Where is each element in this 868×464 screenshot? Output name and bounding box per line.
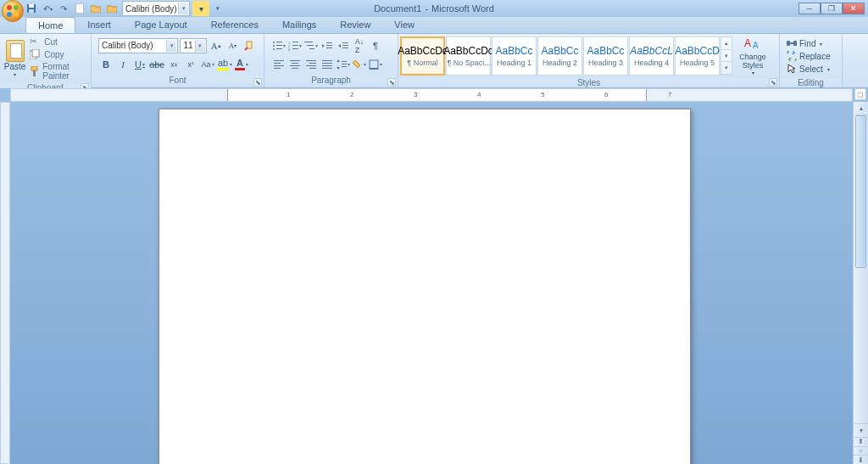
numbering-button[interactable]: 123▾ [287, 38, 303, 53]
dropdown-icon[interactable]: ▾ [195, 40, 205, 52]
document-viewport[interactable] [10, 102, 853, 464]
qat-customize-icon[interactable]: ▾ [210, 1, 225, 16]
font-size-combo[interactable]: 11▾ [180, 38, 207, 53]
change-case-button[interactable]: Aa▾ [200, 57, 215, 72]
tab-view[interactable]: View [382, 17, 426, 33]
style-heading-3[interactable]: AaBbCcHeading 3 [583, 36, 628, 75]
vertical-ruler[interactable] [0, 102, 10, 464]
find-button[interactable]: Find▾ [785, 37, 832, 49]
sort-button[interactable]: A↓Z [352, 38, 367, 53]
gallery-scroll[interactable]: ▴▾▾ [721, 36, 732, 75]
font-name-combo[interactable]: Calibri (Body)▾ [98, 38, 178, 53]
cut-button[interactable]: ✂Cut [28, 36, 87, 48]
binoculars-icon [787, 38, 797, 48]
bullets-button[interactable]: ▾ [271, 38, 287, 53]
justify-button[interactable] [320, 57, 335, 72]
svg-rect-57 [787, 41, 790, 46]
horizontal-ruler[interactable]: 1234567 [10, 88, 853, 102]
underline-button[interactable]: U▾ [132, 57, 147, 72]
style-preview: AaBbCc [587, 45, 624, 57]
paste-button[interactable]: Paste ▾ [3, 38, 26, 79]
scroll-down-icon[interactable]: ▾ [854, 423, 868, 437]
styles-launcher[interactable]: ⬊ [769, 78, 777, 87]
style-heading-1[interactable]: AaBbCcHeading 1 [492, 36, 537, 75]
clear-formatting-button[interactable] [242, 38, 257, 53]
maximize-button[interactable]: ❐ [821, 3, 843, 14]
close-button[interactable]: ✕ [843, 3, 865, 14]
redo-icon[interactable]: ↷ [56, 1, 71, 16]
ruler-mark: 4 [477, 91, 481, 98]
increase-indent-button[interactable] [336, 38, 351, 53]
line-spacing-button[interactable]: ▾ [336, 57, 351, 72]
tab-page-layout[interactable]: Page Layout [123, 17, 199, 33]
next-page-icon[interactable]: ⬇ [854, 455, 868, 464]
tab-mailings[interactable]: Mailings [270, 17, 328, 33]
prev-page-icon[interactable]: ⬆ [854, 437, 868, 446]
subscript-button[interactable]: x₂ [166, 57, 181, 72]
svg-rect-26 [307, 45, 314, 46]
change-styles-button[interactable]: AAChangeStyles▾ [736, 36, 770, 76]
tab-home[interactable]: Home [25, 17, 75, 33]
italic-button[interactable]: I [115, 57, 131, 72]
font-color-button[interactable]: A▾ [234, 57, 249, 72]
tab-references[interactable]: References [199, 17, 270, 33]
save-icon[interactable] [24, 1, 39, 16]
open-icon[interactable] [88, 1, 103, 16]
gallery-up-icon[interactable]: ▴ [721, 37, 732, 50]
undo-icon[interactable]: ↶▾ [40, 1, 55, 16]
qat-font-combo[interactable]: Calibri (Body)▾ [122, 1, 190, 16]
shading-button[interactable]: ▾ [352, 57, 367, 72]
copy-button[interactable]: Copy [28, 48, 87, 60]
gallery-more-icon[interactable]: ▾ [721, 62, 732, 75]
scroll-up-icon[interactable]: ▴ [854, 102, 868, 115]
align-right-button[interactable] [303, 57, 319, 72]
group-font: Calibri (Body)▾ 11▾ A▴ A▾ B I U▾ abc x₂ … [92, 34, 264, 87]
format-painter-button[interactable]: Format Painter [28, 61, 87, 81]
clipboard-icon [6, 40, 25, 62]
style-heading-2[interactable]: AaBbCcHeading 2 [537, 36, 582, 75]
office-button[interactable] [2, 0, 24, 22]
style--no-spaci-[interactable]: AaBbCcDc¶ No Spaci... [446, 36, 491, 75]
highlight-icon[interactable]: ▾ [192, 1, 209, 16]
vertical-scrollbar[interactable]: ▴ ▾ ⬆ ○ ⬇ [853, 102, 868, 464]
browse-object-icon[interactable]: ○ [854, 446, 868, 456]
select-button[interactable]: Select▾ [785, 63, 832, 75]
ruler-mark: 1 [287, 91, 290, 98]
align-center-button[interactable] [287, 57, 303, 72]
replace-button[interactable]: Replace [785, 50, 832, 62]
scroll-thumb[interactable] [855, 115, 866, 268]
ribbon: Paste ▾ ✂Cut Copy Format Painter Clipboa… [0, 34, 868, 88]
multilevel-list-button[interactable]: ▾ [303, 38, 319, 53]
style-heading-5[interactable]: AaBbCcDHeading 5 [675, 36, 720, 75]
svg-rect-9 [32, 49, 39, 57]
minimize-button[interactable]: ─ [798, 3, 821, 14]
svg-rect-41 [292, 68, 298, 69]
show-marks-button[interactable]: ¶ [368, 38, 383, 53]
strikethrough-button[interactable]: abc [149, 57, 164, 72]
bold-button[interactable]: B [98, 57, 114, 72]
dropdown-icon[interactable]: ▾ [166, 40, 176, 52]
print-preview-icon[interactable] [104, 1, 120, 16]
decrease-indent-button[interactable] [320, 38, 335, 53]
page[interactable] [159, 109, 691, 464]
borders-button[interactable]: ▾ [368, 57, 383, 72]
align-left-button[interactable] [271, 57, 287, 72]
tab-review[interactable]: Review [328, 17, 382, 33]
paragraph-launcher[interactable]: ⬊ [387, 78, 396, 87]
superscript-button[interactable]: x² [183, 57, 198, 72]
highlight-color-button[interactable]: ab▾ [217, 57, 232, 72]
svg-rect-42 [306, 60, 316, 61]
style--normal[interactable]: AaBbCcDc¶ Normal [400, 36, 445, 75]
svg-point-0 [7, 5, 12, 10]
tab-insert[interactable]: Insert [75, 17, 123, 33]
grow-font-button[interactable]: A▴ [209, 38, 224, 53]
new-doc-icon[interactable] [72, 1, 87, 16]
font-launcher[interactable]: ⬊ [253, 78, 262, 87]
gallery-down-icon[interactable]: ▾ [721, 50, 732, 63]
dropdown-icon[interactable]: ▾ [178, 3, 188, 14]
shrink-font-button[interactable]: A▾ [225, 38, 241, 53]
window-title: Document1 - Microsoft Word [374, 3, 494, 14]
ruler-mark: 2 [350, 91, 353, 98]
style-heading-4[interactable]: AaBbCcLHeading 4 [629, 36, 674, 75]
ruler-toggle[interactable]: ▢ [854, 88, 866, 100]
